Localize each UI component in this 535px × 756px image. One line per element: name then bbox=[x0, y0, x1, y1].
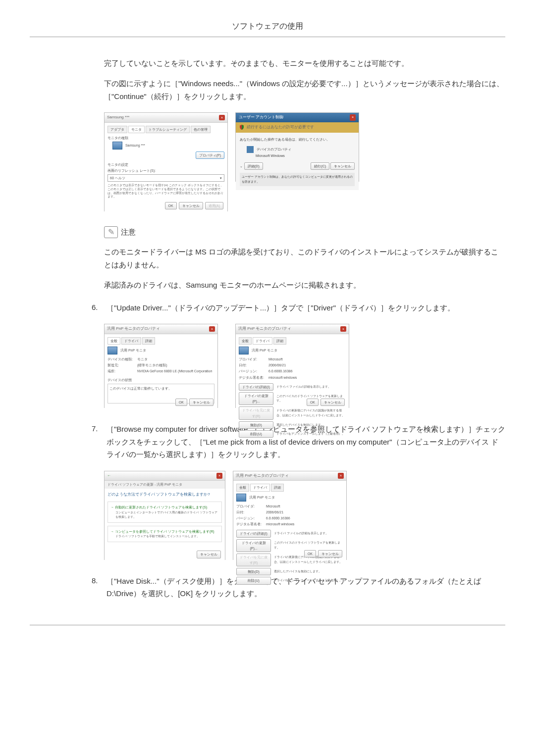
device-type-label: デバイスの種類: bbox=[107, 356, 137, 362]
tab-color[interactable]: 色の管理 bbox=[191, 126, 211, 133]
signer-label: デジタル署名者: bbox=[239, 375, 268, 380]
monitor-icon bbox=[112, 142, 122, 150]
uninstall-button[interactable]: 削除(U) bbox=[239, 430, 273, 438]
option-auto-desc: コンピュータとインターネットでデバイス用の最新のドライバ ソフトウェアを検索しま… bbox=[115, 510, 219, 520]
ok-button[interactable]: OK bbox=[165, 202, 177, 209]
tab-driver[interactable]: ドライバ bbox=[250, 484, 270, 491]
uac-instruction: あなたが開始した操作である場合は、続行してください。 bbox=[240, 137, 355, 142]
monitor-name: Samsung *** bbox=[125, 144, 145, 147]
version-label: バージョン: bbox=[239, 368, 268, 374]
uac-publisher: Microsoft Windows bbox=[256, 154, 285, 157]
apply-button[interactable]: 適用(A) bbox=[205, 202, 223, 209]
driver-details-button[interactable]: ドライバの詳細(I) bbox=[239, 383, 273, 391]
update-driver-wizard: ← × ドライバ ソフトウェアの更新 - 汎用 PnP モニタ どのような方法で… bbox=[104, 471, 225, 560]
cancel-button[interactable]: キャンセル bbox=[318, 550, 342, 557]
header-divider bbox=[30, 37, 505, 37]
tab-details[interactable]: 詳細 bbox=[271, 484, 284, 491]
note-label: 注意 bbox=[121, 226, 136, 238]
tab-driver[interactable]: ドライバ bbox=[121, 337, 141, 345]
close-icon[interactable]: × bbox=[338, 473, 344, 478]
uninstall-button[interactable]: 削除(U) bbox=[236, 577, 271, 584]
dialog-title: 汎用 PnP モニタのプロパティ bbox=[236, 473, 289, 479]
note-paragraph-1: このモニタードライバーは MS ロゴの承認を受けており、このドライバのインストー… bbox=[104, 246, 505, 271]
step-number: 8. bbox=[92, 575, 107, 600]
close-icon[interactable]: × bbox=[350, 114, 356, 121]
step-number: 6. bbox=[92, 302, 107, 314]
ok-button[interactable]: OK bbox=[175, 399, 187, 406]
chevron-down-icon: ⌄ bbox=[240, 163, 243, 169]
tab-general[interactable]: 全般 bbox=[107, 337, 120, 345]
option-browse-desc: ドライバ ソフトウェアを手動で検索してインストールします。 bbox=[115, 534, 219, 539]
monitor-type-label: モニタの種類 bbox=[107, 135, 224, 141]
update-driver-button[interactable]: ドライバの更新(P)... bbox=[236, 539, 271, 552]
device-name: 汎用 PnP モニタ bbox=[249, 495, 275, 499]
rollback-button[interactable]: ドライバを元に戻す(R) bbox=[236, 554, 271, 566]
dialog-title: 汎用 PnP モニタのプロパティ bbox=[238, 326, 291, 332]
back-icon[interactable]: ← bbox=[107, 473, 111, 479]
disable-desc: 選択したデバイスを無効にします。 bbox=[276, 423, 346, 428]
uac-subtitle: 続行するにはあなたの許可が必要です bbox=[247, 124, 314, 131]
uac-dialog: ユーザー アカウント制御 × 続行するにはあなたの許可が必要です あなたが開始し… bbox=[235, 112, 359, 182]
close-icon[interactable]: × bbox=[209, 326, 215, 332]
ok-button[interactable]: OK bbox=[304, 550, 316, 557]
driver-details-button[interactable]: ドライバの詳細(I) bbox=[236, 530, 271, 537]
provider-value: Microsoft bbox=[268, 356, 282, 362]
location-value: NVIDIA GeForce 6800 LE (Microsoft Corpor… bbox=[137, 368, 212, 374]
properties-button[interactable]: プロパティ(P) bbox=[196, 151, 224, 159]
close-icon[interactable]: × bbox=[340, 326, 346, 332]
driver-details-desc: ドライバ ファイルの詳細を表示します。 bbox=[276, 385, 346, 390]
version-value: 6.0.6000.16386 bbox=[268, 368, 293, 374]
page-header-title: ソフトウェアの使用 bbox=[30, 20, 505, 33]
chevron-down-icon: ▾ bbox=[220, 175, 222, 181]
tab-details[interactable]: 詳細 bbox=[142, 337, 155, 345]
intro-paragraph-1: 完了していないことを示しています。そのままでも、モニターを使用することは可能です… bbox=[104, 57, 505, 70]
cancel-button[interactable]: キャンセル bbox=[197, 551, 221, 558]
close-icon[interactable]: × bbox=[219, 115, 225, 120]
device-name: 汎用 PnP モニタ bbox=[120, 349, 146, 352]
provider-label: プロバイダ: bbox=[239, 356, 268, 362]
step-6-text: ［"Update Driver..."（ドライバのアップデート...）］タブで［… bbox=[107, 302, 505, 314]
tab-monitor[interactable]: モニタ bbox=[128, 126, 145, 133]
disable-button[interactable]: 無効(D) bbox=[239, 421, 273, 429]
update-driver-button[interactable]: ドライバの更新(P)... bbox=[239, 392, 273, 405]
device-properties-driver-2: 汎用 PnP モニタのプロパティ × 全般 ドライバ 詳細 汎用 PnP モニタ… bbox=[233, 471, 347, 560]
dialog-title: Samsung *** bbox=[107, 114, 129, 121]
option-auto-search[interactable]: → 自動的に更新されたドライバ ソフトウェアを検索します(S) コンピュータとイ… bbox=[107, 502, 222, 522]
uninstall-desc: ドライバをアンインストールします（上級者用）。 bbox=[276, 432, 346, 437]
option-browse[interactable]: → コンピュータを参照してドライバ ソフトウェアを検索します(R) ドライバ ソ… bbox=[107, 526, 222, 542]
cancel-button[interactable]: キャンセル bbox=[321, 399, 345, 406]
tab-troubleshoot[interactable]: トラブルシューティング bbox=[146, 126, 190, 133]
ok-button[interactable]: OK bbox=[307, 399, 319, 406]
rollback-button[interactable]: ドライバを元に戻す(R) bbox=[239, 406, 273, 419]
continue-button[interactable]: 続行(C) bbox=[311, 162, 329, 170]
manufacturer-label: 製造元: bbox=[107, 362, 137, 368]
monitor-icon bbox=[236, 494, 246, 502]
note-paragraph-2: 承認済みのドライバは、Samsung モニターのホームページに掲載されます。 bbox=[104, 279, 505, 292]
tab-adapter[interactable]: アダプタ bbox=[107, 126, 127, 133]
tab-driver[interactable]: ドライバ bbox=[253, 337, 272, 345]
hide-modes-note: このモニタでは表示できないモードを隠す(H) このチェック ボックスをオフにする… bbox=[107, 184, 224, 199]
device-name: 汎用 PnP モニタ bbox=[252, 349, 277, 352]
wizard-subtitle: ドライバ ソフトウェアの更新 - 汎用 PnP モニタ bbox=[105, 481, 225, 488]
manufacturer-value: (標準モニタの種類) bbox=[137, 362, 167, 368]
uac-title: ユーザー アカウント制御 bbox=[239, 114, 283, 121]
refresh-rate-select[interactable]: 60 ヘルツ▾ bbox=[107, 174, 224, 182]
disable-button[interactable]: 無効(D) bbox=[236, 568, 271, 575]
cancel-button[interactable]: キャンセル bbox=[189, 399, 214, 406]
cancel-button[interactable]: キャンセル bbox=[330, 162, 355, 170]
device-properties-driver: 汎用 PnP モニタのプロパティ × 全般 ドライバ 詳細 汎用 PnP モニタ… bbox=[235, 324, 349, 408]
details-button[interactable]: 詳細(D) bbox=[244, 162, 263, 170]
device-icon bbox=[247, 146, 254, 153]
date-label: 日付: bbox=[239, 362, 268, 368]
tab-details[interactable]: 詳細 bbox=[273, 337, 286, 345]
location-label: 場所: bbox=[107, 368, 137, 374]
wizard-question: どのような方法でドライバ ソフトウェアを検索しますか? bbox=[107, 492, 222, 498]
display-properties-dialog: Samsung *** × アダプタ モニタ トラブルシューティング 色の管理 … bbox=[104, 112, 228, 211]
figure-row-1: Samsung *** × アダプタ モニタ トラブルシューティング 色の管理 … bbox=[104, 112, 505, 211]
signer-value: microsoft windows bbox=[268, 375, 297, 380]
tab-general[interactable]: 全般 bbox=[239, 337, 252, 345]
uac-footer: ユーザー アカウント制御は、あなたの許可なくコンピュータに変更が適用されるのを防… bbox=[240, 173, 355, 186]
close-icon[interactable]: × bbox=[216, 473, 222, 478]
tab-general[interactable]: 全般 bbox=[236, 484, 249, 491]
cancel-button[interactable]: キャンセル bbox=[179, 202, 203, 209]
